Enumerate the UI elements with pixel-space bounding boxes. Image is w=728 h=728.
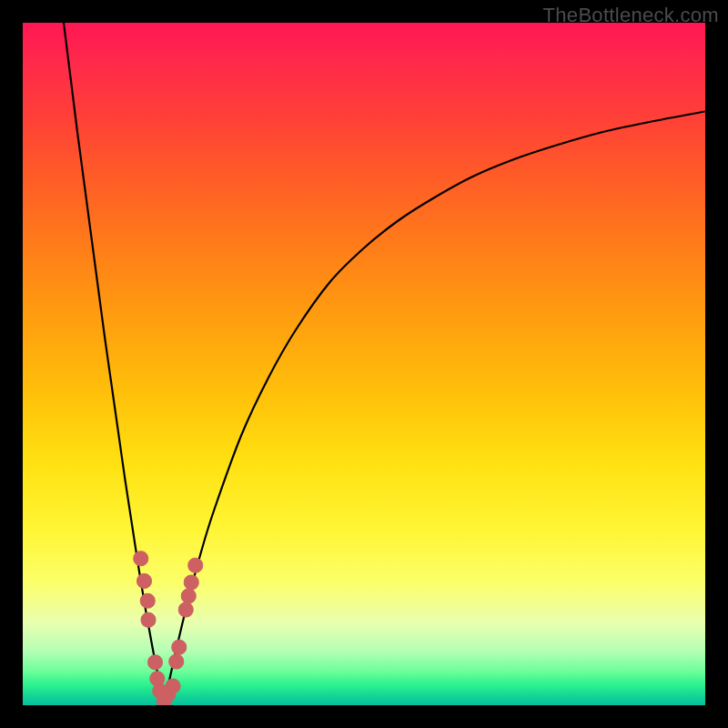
data-marker [141,612,156,627]
data-marker [157,694,171,706]
data-marker [161,687,176,702]
data-marker [166,679,180,693]
right-branch-curve [164,112,705,706]
left-branch-curve [64,23,164,705]
data-marker [181,589,196,603]
data-marker [172,640,187,654]
data-marker [153,683,167,698]
data-marker [169,654,184,669]
data-marker [137,574,152,589]
data-marker [184,575,198,590]
data-marker [150,672,165,686]
data-marker [188,558,203,572]
data-marker [140,593,155,608]
data-marker [148,655,163,670]
data-marker [178,602,193,617]
watermark-text: TheBottleneck.com [543,4,719,27]
data-marker [134,551,148,566]
data-markers [134,551,203,705]
curve-overlay [23,23,705,705]
chart-frame: TheBottleneck.com [0,0,728,728]
plot-area [23,23,705,705]
